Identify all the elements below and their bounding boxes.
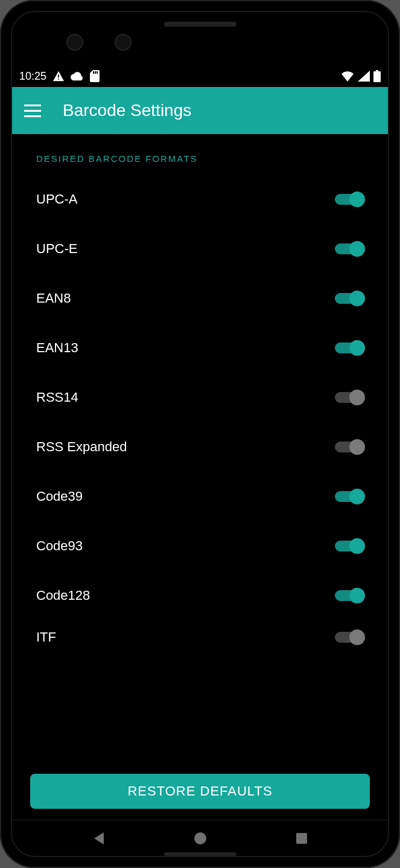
phone-frame: 10:25 bbox=[0, 0, 400, 868]
format-label: EAN8 bbox=[36, 291, 71, 306]
front-camera-1 bbox=[66, 34, 83, 51]
signal-icon bbox=[358, 71, 370, 82]
format-label: UPC-A bbox=[36, 191, 77, 207]
format-label: Code128 bbox=[36, 588, 90, 603]
svg-point-7 bbox=[194, 832, 206, 844]
svg-rect-5 bbox=[373, 71, 381, 82]
status-bar: 10:25 bbox=[12, 65, 388, 87]
format-row-ean13[interactable]: EAN13 bbox=[27, 323, 373, 373]
cloud-icon bbox=[71, 71, 84, 81]
format-toggle-ean8[interactable] bbox=[335, 293, 364, 304]
format-toggle-ean13[interactable] bbox=[335, 342, 364, 353]
section-header: DESIRED BARCODE FORMATS bbox=[27, 149, 373, 175]
format-row-upc-a[interactable]: UPC-A bbox=[27, 175, 373, 224]
settings-list[interactable]: DESIRED BARCODE FORMATS UPC-A UPC-E EAN8 bbox=[12, 134, 388, 820]
phone-inner: 10:25 bbox=[11, 11, 389, 857]
svg-rect-8 bbox=[296, 833, 307, 844]
restore-defaults-button[interactable]: RESTORE DEFAULTS bbox=[30, 774, 370, 809]
hamburger-icon bbox=[24, 104, 41, 106]
format-row-itf[interactable]: ITF bbox=[27, 620, 373, 654]
format-label: EAN13 bbox=[36, 340, 78, 356]
format-row-rss14[interactable]: RSS14 bbox=[27, 373, 373, 422]
format-label: RSS Expanded bbox=[36, 439, 127, 455]
screen: 10:25 bbox=[12, 65, 388, 820]
front-camera-2 bbox=[115, 34, 132, 51]
format-toggle-code128[interactable] bbox=[335, 590, 364, 601]
format-toggle-upc-a[interactable] bbox=[335, 194, 364, 205]
page-title: Barcode Settings bbox=[63, 101, 191, 120]
format-row-rss-expanded[interactable]: RSS Expanded bbox=[27, 422, 373, 472]
speaker-bottom bbox=[164, 852, 237, 856]
wifi-icon bbox=[341, 71, 354, 82]
app-bar: Barcode Settings bbox=[12, 87, 388, 134]
format-toggle-rss-expanded[interactable] bbox=[335, 442, 364, 452]
format-toggle-itf[interactable] bbox=[335, 632, 364, 643]
format-row-ean8[interactable]: EAN8 bbox=[27, 274, 373, 323]
format-label: Code39 bbox=[36, 489, 83, 504]
format-toggle-upc-e[interactable] bbox=[335, 243, 364, 254]
back-button[interactable] bbox=[92, 831, 106, 846]
menu-button[interactable] bbox=[24, 104, 41, 117]
svg-rect-3 bbox=[95, 71, 96, 74]
format-toggle-code39[interactable] bbox=[335, 491, 364, 502]
svg-rect-6 bbox=[376, 70, 378, 72]
format-row-upc-e[interactable]: UPC-E bbox=[27, 224, 373, 274]
content-area: DESIRED BARCODE FORMATS UPC-A UPC-E EAN8 bbox=[12, 134, 388, 820]
format-label: Code93 bbox=[36, 538, 83, 554]
format-row-code93[interactable]: Code93 bbox=[27, 521, 373, 571]
format-toggle-rss14[interactable] bbox=[335, 392, 364, 403]
speaker-top bbox=[164, 22, 237, 27]
recent-apps-button[interactable] bbox=[296, 832, 308, 844]
warning-icon bbox=[52, 71, 65, 82]
format-label: ITF bbox=[36, 629, 56, 645]
svg-rect-4 bbox=[97, 71, 98, 74]
format-row-code128[interactable]: Code128 bbox=[27, 571, 373, 620]
format-toggle-code93[interactable] bbox=[335, 541, 364, 551]
svg-rect-1 bbox=[58, 79, 59, 80]
battery-icon bbox=[373, 70, 381, 82]
svg-rect-2 bbox=[93, 71, 94, 74]
format-label: RSS14 bbox=[36, 390, 78, 405]
format-label: UPC-E bbox=[36, 241, 77, 257]
home-button[interactable] bbox=[194, 832, 207, 845]
format-row-code39[interactable]: Code39 bbox=[27, 472, 373, 521]
sd-card-icon bbox=[90, 70, 100, 82]
svg-rect-0 bbox=[58, 75, 59, 78]
system-nav-bar bbox=[12, 820, 388, 856]
status-time: 10:25 bbox=[19, 70, 46, 83]
